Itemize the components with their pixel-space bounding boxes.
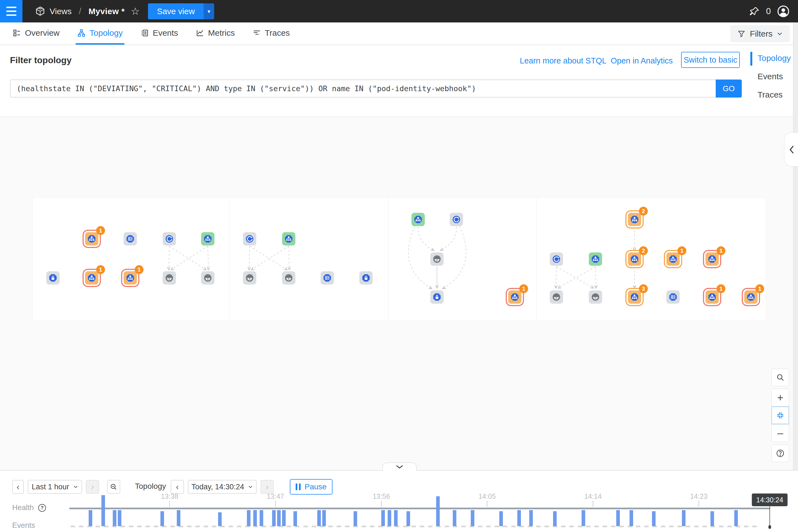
pin-count: 0 (766, 6, 771, 16)
topology-node-service[interactable]: 1 (124, 271, 137, 285)
time-select[interactable]: Today, 14:30:24 (188, 480, 256, 494)
expand-right-panel-tab[interactable] (784, 132, 798, 167)
tab-label: Topology (90, 28, 123, 38)
save-view-label[interactable]: Save view (148, 3, 204, 19)
event-bar (322, 510, 326, 526)
pause-button[interactable]: Pause (290, 479, 332, 495)
topology-node-service[interactable] (282, 232, 296, 246)
stql-query-input[interactable]: (healthstate IN ("DEVIATING", "CRITICAL"… (10, 79, 716, 97)
topology-node-container[interactable] (282, 271, 296, 285)
open-in-analytics-link[interactable]: Open in Analytics (611, 56, 673, 65)
timeline-tick (169, 501, 170, 507)
topology-node-container[interactable] (550, 290, 563, 304)
event-bar (629, 510, 633, 526)
side-nav-events[interactable]: Events (749, 72, 791, 81)
fit-to-screen-icon (776, 412, 784, 419)
topology-node-service[interactable]: 1 (508, 290, 521, 304)
topology-panel (33, 197, 766, 321)
collapsed-right-panel (793, 22, 798, 470)
tab-label: Overview (25, 28, 60, 38)
node-badge: 1 (717, 284, 725, 293)
topology-node-k8s[interactable] (243, 232, 256, 246)
health-help-icon[interactable]: ? (38, 504, 46, 512)
topology-node-container[interactable] (201, 271, 214, 285)
topology-node-k8s[interactable] (550, 252, 563, 266)
topology-node-service[interactable]: 2 (628, 252, 641, 266)
event-bar (118, 510, 121, 526)
tab-topology[interactable]: Topology (76, 22, 125, 44)
topology-node-service[interactable] (589, 252, 602, 266)
save-view-dropdown-caret[interactable]: ▾ (204, 3, 214, 19)
range-select[interactable]: Last 1 hour (28, 480, 82, 494)
topology-node-pod[interactable] (430, 290, 443, 304)
filter-funnel-icon (738, 30, 745, 38)
topology-node-service[interactable]: 3 (628, 290, 641, 304)
go-button[interactable]: GO (716, 79, 742, 97)
topology-node-service[interactable]: 1 (744, 290, 758, 304)
avatar-icon[interactable] (777, 5, 790, 18)
zoom-in-button[interactable]: + (772, 389, 789, 406)
tab-traces[interactable]: Traces (251, 22, 292, 44)
save-view-button[interactable]: Save view ▾ (148, 3, 214, 19)
timeline-tick (487, 501, 488, 507)
topology-node-service[interactable] (412, 213, 425, 226)
tab-events[interactable]: Events (139, 22, 180, 44)
topology-node-service[interactable]: 1 (85, 232, 98, 246)
search-icon (776, 373, 784, 382)
event-bar (177, 510, 180, 526)
health-timeline-axis[interactable] (69, 508, 770, 509)
collapse-timeline-tab[interactable] (382, 462, 417, 471)
topology-node-service[interactable]: 1 (705, 290, 719, 304)
panel-divider (536, 197, 537, 321)
zoom-out-button[interactable]: – (772, 424, 789, 442)
topology-node-grid[interactable] (321, 271, 334, 285)
learn-more-stql-link[interactable]: Learn more about STQL (520, 56, 607, 65)
topology-node-container[interactable] (163, 271, 176, 285)
event-bar (710, 511, 714, 526)
side-nav-topology[interactable]: Topology (749, 54, 791, 63)
time-back-button[interactable]: ‹ (171, 480, 184, 494)
event-bar (652, 511, 656, 526)
range-forward-button[interactable]: › (86, 480, 99, 494)
topology-node-container[interactable] (589, 290, 602, 304)
topology-node-grid[interactable] (124, 232, 137, 246)
event-bar (499, 511, 503, 526)
help-button[interactable] (772, 444, 789, 462)
favorite-star-icon[interactable]: ☆ (131, 6, 140, 16)
switch-to-basic-button[interactable]: Switch to basic (681, 52, 740, 68)
tab-metrics[interactable]: Metrics (194, 22, 236, 44)
side-nav-traces[interactable]: Traces (749, 90, 791, 99)
menu-icon[interactable] (0, 0, 22, 22)
filter-topology-panel: Filter topology Learn more about STQL Op… (0, 45, 798, 117)
topology-node-service[interactable]: 1 (705, 252, 719, 266)
breadcrumb-separator: / (79, 6, 81, 16)
traces-icon (253, 29, 261, 37)
topology-node-grid[interactable] (666, 290, 680, 304)
timeline-cursor-badge[interactable]: 14:30:24 (752, 493, 787, 506)
topology-node-service[interactable] (201, 232, 214, 246)
event-bar (553, 511, 557, 526)
topology-node-service[interactable]: 1 (85, 271, 98, 285)
filters-label: Filters (750, 29, 773, 39)
topology-node-service[interactable]: 2 (628, 213, 641, 226)
range-back-button[interactable]: ‹ (12, 480, 24, 494)
topology-node-k8s[interactable] (163, 232, 176, 246)
topology-node-container[interactable] (430, 252, 443, 266)
pin-icon[interactable] (749, 6, 760, 17)
timeline-cursor-dot (768, 525, 771, 529)
topology-node-k8s[interactable] (450, 213, 463, 226)
event-bar (260, 510, 263, 526)
topology-icon (77, 29, 86, 37)
topology-node-service[interactable]: 1 (666, 252, 680, 266)
timeline-zoom-out-button[interactable] (107, 480, 120, 494)
time-label: Today, 14:30:24 (191, 483, 244, 491)
topology-node-pod[interactable] (359, 271, 373, 285)
tab-overview[interactable]: Overview (11, 22, 61, 44)
fit-to-screen-button[interactable] (772, 406, 789, 424)
breadcrumb-views[interactable]: Views (50, 7, 72, 16)
search-topology-button[interactable] (772, 368, 789, 386)
topology-node-pod[interactable] (46, 271, 60, 285)
topology-node-container[interactable] (243, 271, 256, 285)
filters-button[interactable]: Filters (730, 25, 790, 42)
time-forward-button[interactable]: › (261, 480, 274, 494)
